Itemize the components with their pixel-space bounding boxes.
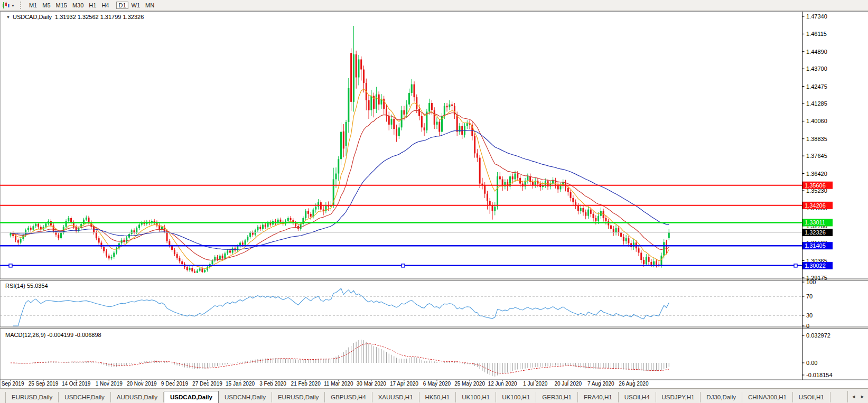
macd-signal-line bbox=[11, 344, 669, 373]
price-axis[interactable]: 1.473401.461151.448901.437001.424751.412… bbox=[802, 13, 833, 281]
svg-text:26 Aug 2020: 26 Aug 2020 bbox=[619, 381, 649, 387]
candles bbox=[10, 26, 670, 273]
chart-tab-xauusd-h1[interactable]: XAUUSD,H1 bbox=[372, 392, 419, 402]
svg-text:1.41285: 1.41285 bbox=[806, 100, 827, 107]
svg-text:1.43700: 1.43700 bbox=[806, 65, 827, 72]
chart-canvas[interactable]: 1.473401.461151.448901.437001.424751.412… bbox=[0, 11, 868, 388]
rsi-pane: 10070300 bbox=[0, 279, 816, 329]
svg-text:14 Oct 2019: 14 Oct 2019 bbox=[62, 381, 91, 387]
svg-text:3 Feb 2020: 3 Feb 2020 bbox=[259, 381, 286, 387]
svg-text:1.32326: 1.32326 bbox=[805, 229, 826, 236]
symbol-period-label: USDCAD,Daily bbox=[13, 14, 52, 20]
svg-text:0.00: 0.00 bbox=[806, 360, 817, 366]
tab-bar-corner bbox=[0, 392, 6, 403]
svg-text:1.38835: 1.38835 bbox=[806, 136, 827, 142]
svg-text:0: 0 bbox=[806, 323, 809, 329]
svg-text:1.40060: 1.40060 bbox=[806, 118, 827, 124]
svg-text:100: 100 bbox=[806, 279, 816, 285]
svg-text:27 Dec 2019: 27 Dec 2019 bbox=[192, 381, 222, 387]
chart-tab-uk100-h1[interactable]: UK100,H1 bbox=[496, 392, 536, 402]
timeframe-button-m15[interactable]: M15 bbox=[54, 2, 69, 9]
svg-text:1.37645: 1.37645 bbox=[806, 153, 827, 159]
svg-text:1 Jul 2020: 1 Jul 2020 bbox=[523, 381, 548, 387]
svg-text:1.30022: 1.30022 bbox=[805, 263, 826, 269]
svg-text:1.47340: 1.47340 bbox=[806, 13, 827, 20]
svg-text:1.44890: 1.44890 bbox=[806, 49, 827, 55]
candlestick-chart-icon bbox=[2, 2, 10, 9]
ohlc-values: 1.31932 1.32562 1.31799 1.32326 bbox=[55, 14, 144, 20]
svg-text:0.032972: 0.032972 bbox=[806, 332, 830, 339]
macd-indicator-label: MACD(12,26,9) -0.004199 -0.006898 bbox=[5, 332, 101, 338]
svg-text:9 Dec 2019: 9 Dec 2019 bbox=[161, 381, 189, 387]
svg-text:11 Mar 2020: 11 Mar 2020 bbox=[324, 381, 353, 387]
chart-tab-bar: EURUSD,DailyUSDCHF,DailyAUDUSD,DailyUSDC… bbox=[0, 388, 868, 403]
svg-text:1.36420: 1.36420 bbox=[806, 171, 827, 177]
chart-tab-hk50-h1[interactable]: HK50,H1 bbox=[419, 392, 456, 402]
chart-title: ▼USDCAD,Daily 1.31932 1.32562 1.31799 1.… bbox=[6, 14, 144, 20]
svg-text:-0.018154: -0.018154 bbox=[806, 372, 833, 378]
time-axis[interactable]: 6 Sep 201925 Sep 201914 Oct 20191 Nov 20… bbox=[0, 380, 649, 387]
chart-tabs: EURUSD,DailyUSDCHF,DailyAUDUSD,DailyUSDC… bbox=[6, 391, 830, 403]
timeframe-button-m30[interactable]: M30 bbox=[70, 2, 86, 9]
timeframe-button-h1[interactable]: H1 bbox=[87, 2, 98, 9]
chart-tab-ger30-h1[interactable]: GER30,H1 bbox=[536, 392, 578, 402]
chart-tab-usdjpy-h1[interactable]: USDJPY,H1 bbox=[656, 392, 701, 402]
mt4-terminal: { "toolbar": { "dropdown_arrow": "▼", "t… bbox=[0, 0, 868, 403]
svg-text:1.35606: 1.35606 bbox=[805, 182, 826, 189]
svg-text:15 Jan 2020: 15 Jan 2020 bbox=[226, 381, 255, 387]
svg-text:6 May 2020: 6 May 2020 bbox=[423, 381, 451, 387]
timeframe-button-m5[interactable]: M5 bbox=[40, 2, 52, 9]
chart-tab-uk100-h1[interactable]: UK100,H1 bbox=[456, 392, 496, 402]
svg-text:20 Nov 2019: 20 Nov 2019 bbox=[127, 381, 157, 387]
svg-text:12 Jun 2020: 12 Jun 2020 bbox=[488, 381, 517, 387]
svg-text:1.33011: 1.33011 bbox=[805, 219, 825, 226]
timeframe-button-d1[interactable]: D1 bbox=[116, 2, 128, 9]
chart-tab-usoil-h4[interactable]: USOil,H4 bbox=[619, 392, 656, 402]
chart-tab-eurusd-daily[interactable]: EURUSD,Daily bbox=[6, 392, 59, 402]
chart-tab-dj30-daily[interactable]: DJ30,Daily bbox=[701, 392, 742, 402]
horizontal-lines[interactable] bbox=[0, 185, 802, 267]
chart-tab-usdchf-daily[interactable]: USDCHF,Daily bbox=[59, 392, 110, 402]
svg-text:1.34206: 1.34206 bbox=[805, 202, 826, 209]
timeframe-button-h4[interactable]: H4 bbox=[99, 2, 111, 9]
ma-slow-line bbox=[11, 130, 669, 249]
svg-text:30 Mar 2020: 30 Mar 2020 bbox=[357, 381, 387, 387]
one-click-trading-arrow[interactable]: ▼ bbox=[6, 15, 10, 19]
chart-window[interactable]: ▼USDCAD,Daily 1.31932 1.32562 1.31799 1.… bbox=[0, 11, 868, 388]
timeframe-button-m1[interactable]: M1 bbox=[27, 2, 39, 9]
timeframe-toolbar: ▼ M1M5M15M30H1H4D1W1MN bbox=[0, 0, 868, 11]
timeframe-buttons: M1M5M15M30H1H4D1W1MN bbox=[26, 1, 161, 10]
svg-text:1.42475: 1.42475 bbox=[806, 83, 827, 90]
svg-text:1.31405: 1.31405 bbox=[805, 242, 826, 249]
toolbar-grip bbox=[20, 2, 23, 9]
tab-scroll-buttons: ◄ ► bbox=[847, 391, 868, 402]
svg-text:6 Sep 2019: 6 Sep 2019 bbox=[0, 381, 24, 387]
tab-scroll-left-icon[interactable]: ◄ bbox=[851, 394, 856, 399]
chart-tab-gbpusd-h4[interactable]: GBPUSD,H4 bbox=[325, 392, 372, 402]
line-handle bbox=[794, 264, 797, 267]
macd-pane: 0.0329720.00-0.018154 bbox=[11, 332, 833, 378]
timeframe-button-mn[interactable]: MN bbox=[143, 2, 156, 9]
line-handle bbox=[402, 264, 405, 267]
chart-tab-usdcad-daily[interactable]: USDCAD,Daily bbox=[164, 391, 219, 403]
svg-text:30: 30 bbox=[806, 312, 813, 318]
svg-text:70: 70 bbox=[806, 293, 813, 299]
timeframe-button-w1[interactable]: W1 bbox=[129, 2, 143, 9]
chart-tab-usoil-h1[interactable]: USOil,H1 bbox=[793, 392, 830, 402]
chart-tab-fra40-h1[interactable]: FRA40,H1 bbox=[578, 392, 619, 402]
chart-type-button[interactable]: ▼ bbox=[0, 2, 17, 9]
svg-text:7 Aug 2020: 7 Aug 2020 bbox=[587, 381, 614, 387]
chart-tab-china300-h1[interactable]: CHINA300,H1 bbox=[742, 392, 793, 402]
chart-tab-usdcnh-daily[interactable]: USDCNH,Daily bbox=[219, 392, 272, 402]
svg-text:21 Feb 2020: 21 Feb 2020 bbox=[291, 381, 321, 387]
svg-text:1.46115: 1.46115 bbox=[806, 31, 827, 37]
rsi-line bbox=[13, 288, 669, 326]
moving-averages bbox=[11, 89, 669, 269]
chart-tab-audusd-daily[interactable]: AUDUSD,Daily bbox=[111, 392, 164, 402]
chevron-down-icon[interactable]: ▼ bbox=[11, 4, 15, 7]
chart-tab-eurusd-daily[interactable]: EURUSD,Daily bbox=[272, 392, 325, 402]
svg-text:25 Sep 2019: 25 Sep 2019 bbox=[29, 381, 59, 387]
svg-text:20 Jul 2020: 20 Jul 2020 bbox=[554, 381, 582, 387]
tab-scroll-right-icon[interactable]: ► bbox=[860, 394, 865, 399]
svg-text:25 May 2020: 25 May 2020 bbox=[454, 381, 485, 387]
